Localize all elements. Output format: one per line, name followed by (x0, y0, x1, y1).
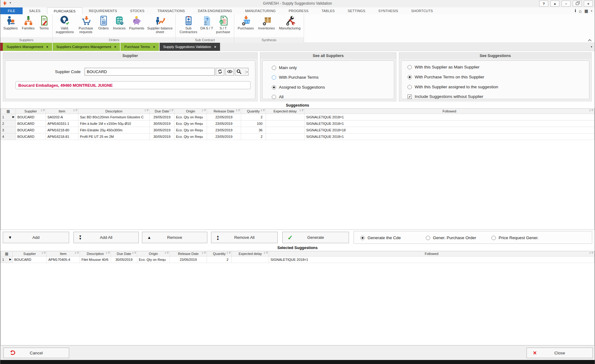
supplier-code-input[interactable] (85, 68, 215, 76)
tab-synthesis[interactable]: SYNTHESIS (372, 7, 405, 14)
radio-main-only[interactable]: Main only (272, 65, 297, 70)
ribbon-collapse-icon[interactable] (588, 39, 591, 41)
tab-purchases[interactable]: PURCHASES (47, 7, 82, 14)
tab-tables[interactable]: TABLES (315, 7, 341, 14)
cancel-button[interactable]: Cancel (3, 348, 69, 358)
actions-bar: ▼ Add ▼▼ Add All ▲ Remove ▲▲ Remove All … (0, 230, 595, 245)
table-row[interactable]: 4 BOUCARD APM16218-81 Profil PE UT 25 en… (1, 133, 594, 140)
calculator-icon[interactable]: ▦ (584, 9, 588, 13)
suggestions-grid[interactable]: ▦ SupplierΣ ∇ ItemΣ ∇ DescriptionΣ ∇ Due… (0, 108, 595, 230)
ribbon-supplier-balance-button[interactable]: Supplier balance sheet (146, 15, 174, 37)
ribbon-suppliers-button[interactable]: Suppliers (2, 15, 20, 37)
close-window-button[interactable]: × (584, 1, 593, 7)
doc-tab-suppliers-categories[interactable]: Suppliers Categories Management × (53, 43, 120, 51)
home-icon[interactable]: ⌂ (579, 8, 582, 14)
selected-suggestions-grid[interactable]: ▦ SupplierΣ ∇ ItemΣ ∇ DescriptionΣ ∇ Due… (0, 251, 595, 345)
radio-gener-purchase-order[interactable]: Gener. Purchase Order (426, 235, 476, 240)
tab-stocks[interactable]: STOCKS (124, 7, 151, 14)
doc-tab-supply-suggestions-validation[interactable]: Supply Suggestions Validation × (160, 43, 220, 51)
radio-main-supplier[interactable]: With this Supplier as Main Supplier (408, 65, 479, 69)
radio-purchase-terms-on-supplier[interactable]: With Purchase Terms on this Supplier (408, 75, 484, 79)
close-tab-icon[interactable]: × (114, 45, 116, 49)
radio-icon (408, 85, 412, 89)
table-row[interactable]: 3 BOUCARD APM16218-80 Film Etirable 20µ … (1, 127, 594, 133)
tab-transactions[interactable]: TRANSACTIONS (151, 7, 192, 14)
radio-assigned-to-suggestions[interactable]: Assigned to Suggestions (272, 85, 325, 90)
grid-corner: ▦ (1, 109, 16, 114)
info-icon[interactable]: i (575, 8, 576, 13)
restore-button[interactable] (573, 1, 582, 7)
remove-button[interactable]: ▲ Remove (142, 232, 207, 243)
ribbon-st-purchase-button[interactable]: ST S / T purchase (214, 15, 233, 37)
double-arrow-up-icon: ▲▲ (216, 235, 219, 240)
radio-with-purchase-terms[interactable]: With Purchase Terms (272, 75, 319, 80)
add-button[interactable]: ▼ Add (3, 232, 69, 243)
terms-icon (39, 15, 49, 26)
ribbon-purchases-button[interactable]: Purchases (236, 15, 256, 37)
ribbon-manufacturing-button[interactable]: Manufacturing (277, 15, 302, 37)
tab-manufacturing[interactable]: MANUFACTURING (239, 7, 282, 14)
ribbon-da-st-button[interactable]: ? DA S / T (200, 15, 214, 37)
tab-shortcuts[interactable]: SHORTCUTS (405, 7, 439, 14)
help-button[interactable]: ? (539, 1, 548, 7)
eye-icon (227, 70, 232, 73)
ribbon-tab-bar: FILE SALES PURCHASES REQUIREMENTS STOCKS… (0, 7, 595, 14)
ribbon-payments-button[interactable]: Payments (128, 15, 146, 37)
col-release-date: Release DateΣ ∇ (207, 109, 241, 114)
preview-button[interactable] (225, 68, 234, 76)
tab-sales[interactable]: SALES (23, 7, 47, 14)
radio-price-request-gener[interactable]: Price Request Gener. (491, 235, 539, 240)
radio-icon (491, 236, 496, 240)
refresh-button[interactable] (216, 68, 224, 76)
tab-requirements[interactable]: REQUIREMENTS (82, 7, 124, 14)
undo-icon (10, 350, 15, 355)
current-row-icon: ▶ (12, 115, 15, 118)
tab-data-engineering[interactable]: DATA ENGINEERING (192, 7, 239, 14)
checkbox-include-suggestions-without-supplier[interactable]: ✓ Include Suggestions without Supplier (408, 94, 483, 99)
ribbon-group-synthesis: Purchases Inventories (234, 14, 304, 42)
close-tab-icon[interactable]: × (46, 45, 48, 49)
selected-suggestions-title: Selected Suggestions (0, 245, 595, 251)
close-button[interactable]: × Close (527, 348, 593, 358)
close-tab-icon[interactable]: × (214, 45, 216, 49)
tab-file[interactable]: FILE (0, 7, 23, 14)
see-all-suppliers-panel: See all Suppliers Main only With Purchas… (260, 52, 396, 101)
radio-generate-the-cde[interactable]: Generate the Cde (360, 235, 401, 240)
search-dropdown-icon[interactable]: ▾ (245, 70, 248, 74)
table-row[interactable]: 1▶ BOUCARD APM170405-4 Filet Mousse 40/6… (1, 256, 594, 263)
add-all-button[interactable]: ▼▼ Add All (73, 232, 139, 243)
ribbon-orders-button[interactable]: Orders (96, 15, 111, 37)
ribbon-families-button[interactable]: Families (20, 15, 37, 37)
radio-icon (426, 236, 430, 240)
radio-supplier-assigned-to-suggestion[interactable]: With this Supplier assigned to the sugge… (408, 85, 498, 89)
ribbon-invoices-button[interactable]: Invoices (111, 15, 128, 37)
col-supplier: SupplierΣ ∇ (16, 109, 46, 114)
tab-progress[interactable]: PROGRESS (282, 7, 315, 14)
col-followed: FollowedΣ ∇ (305, 109, 594, 114)
filter-icon: ∇ (238, 109, 240, 112)
ribbon-purchase-requests-button[interactable]: Purchase requests (76, 15, 96, 37)
ribbon-valid-suggestions-button[interactable]: Valid. suggestions (54, 15, 76, 37)
arrow-up-icon: ▲ (147, 236, 151, 239)
document-tab-strip: Suppliers Management × Suppliers Categor… (0, 43, 595, 51)
tab-list-dropdown-icon[interactable]: ▾ (591, 45, 592, 48)
table-row[interactable]: 1▶ BOUCARD SA0202-A Sac BD 80x120mm Ferm… (1, 114, 594, 120)
generate-button[interactable]: ✓ Generate (282, 232, 349, 243)
remove-all-button[interactable]: ▲▲ Remove All (211, 232, 278, 243)
col-origin: OriginΣ ∇ (137, 251, 170, 256)
minimize-button[interactable]: – (562, 1, 571, 7)
pin-ribbon-button[interactable]: ▴ (550, 1, 559, 7)
close-tab-icon[interactable]: × (153, 45, 155, 49)
ribbon-terms-button[interactable]: Terms (37, 15, 51, 37)
filter-icon: ∇ (229, 252, 231, 254)
ribbon-sub-contractors-button[interactable]: Sub Contractors (177, 15, 200, 37)
table-row[interactable]: 2 BOUCARD APM160331-1 Film à bulle 1M x … (1, 120, 594, 127)
calculator-dropdown-icon[interactable]: ▾ (591, 10, 592, 12)
doc-tab-purchase-terms[interactable]: Purchase Terms × (121, 43, 159, 51)
ribbon-group-suppliers: Suppliers Families Terms (0, 14, 53, 42)
ribbon-inventories-button[interactable]: Inventories (256, 15, 277, 37)
search-button[interactable]: ▾ (235, 68, 249, 76)
radio-all[interactable]: All (272, 94, 284, 99)
tab-settings[interactable]: SETTINGS (341, 7, 372, 14)
doc-tab-suppliers-management[interactable]: Suppliers Management × (3, 43, 52, 51)
